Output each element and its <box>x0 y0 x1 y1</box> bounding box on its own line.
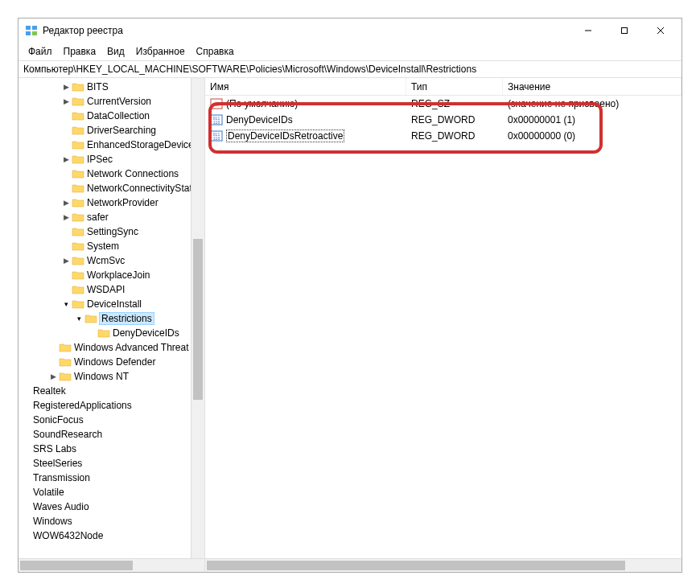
tree-item-label: Windows Advanced Threat Protection <box>74 342 204 353</box>
tree-item-label: SteelSeries <box>33 458 82 469</box>
tree-item[interactable]: SRS Labs <box>19 442 204 456</box>
menu-edit[interactable]: Правка <box>59 44 101 59</box>
expand-icon[interactable]: ▶ <box>47 372 59 380</box>
tree-item[interactable]: ▾DeviceInstall <box>19 297 204 311</box>
folder-icon <box>72 81 84 93</box>
value-data: (значение не присвоено) <box>503 98 681 109</box>
svg-text:110: 110 <box>213 120 220 125</box>
value-data: 0x00000000 (0) <box>503 130 681 142</box>
close-button[interactable] <box>642 19 678 42</box>
tree-item[interactable]: ▶WcmSvc <box>19 253 204 268</box>
tree-item[interactable]: ▶safer <box>19 210 204 224</box>
tree-item-label: WSDAPI <box>87 284 125 295</box>
tree-item[interactable]: DataCollection <box>19 109 204 123</box>
tree-item-label: Waves Audio <box>33 501 89 512</box>
tree-item-label: SRS Labs <box>33 443 76 454</box>
folder-icon <box>72 255 84 266</box>
tree-item[interactable]: Realtek <box>19 384 204 398</box>
tree-item[interactable]: ▶CurrentVersion <box>19 94 204 109</box>
minimize-button[interactable] <box>570 19 606 42</box>
folder-icon <box>72 154 84 165</box>
value-name[interactable]: DenyDeviceIDsRetroactive <box>226 130 344 142</box>
menu-file[interactable]: Файл <box>23 44 57 59</box>
tree-item[interactable]: Windows <box>19 514 204 528</box>
string-value-icon: ab <box>210 97 223 110</box>
tree-item[interactable]: EnhancedStorageDevices <box>19 138 204 152</box>
value-name: (По умолчанию) <box>226 98 298 109</box>
expand-icon[interactable]: ▶ <box>60 213 72 221</box>
menu-view[interactable]: Вид <box>102 44 130 59</box>
tree-item-label: System <box>87 241 119 252</box>
tree-item[interactable]: Volatile <box>19 485 204 500</box>
expand-icon[interactable]: ▶ <box>60 97 72 105</box>
svg-text:110: 110 <box>213 136 220 141</box>
list-header: Имя Тип Значение <box>205 78 681 96</box>
tree-item[interactable]: WorkplaceJoin <box>19 268 204 282</box>
tree-item-label: SonicFocus <box>33 414 84 426</box>
list-horizontal-scrollbar[interactable] <box>205 558 681 572</box>
tree-horizontal-scrollbar[interactable] <box>19 558 204 572</box>
svg-rect-1 <box>32 26 37 30</box>
column-header-type[interactable]: Тип <box>406 78 503 95</box>
folder-icon <box>84 313 97 324</box>
tree-item[interactable]: Network Connections <box>19 167 204 181</box>
value-data: 0x00000001 (1) <box>503 114 681 125</box>
expand-icon[interactable]: ▶ <box>60 199 72 207</box>
tree-item-label: Windows NT <box>74 371 129 382</box>
value-type: REG_DWORD <box>406 130 503 142</box>
folder-icon <box>59 342 72 353</box>
folder-icon <box>72 110 84 121</box>
tree-item[interactable]: WSDAPI <box>19 282 204 297</box>
maximize-button[interactable] <box>606 19 642 42</box>
folder-icon <box>72 212 84 223</box>
tree-item-label: Volatile <box>33 487 64 498</box>
collapse-icon[interactable]: ▾ <box>73 315 84 323</box>
expand-icon[interactable]: ▶ <box>60 155 72 163</box>
tree-item[interactable]: SonicFocus <box>19 413 204 427</box>
tree-item[interactable]: Transmission <box>19 471 204 485</box>
value-row[interactable]: ab(По умолчанию)REG_SZ(значение не присв… <box>205 96 681 112</box>
tree-item[interactable]: DenyDeviceIDs <box>19 326 204 340</box>
registry-editor-window: Редактор реестра Файл Правка Вид Избранн… <box>18 18 682 573</box>
tree-item-label: WcmSvc <box>87 255 125 266</box>
tree-vertical-scrollbar[interactable] <box>191 78 204 558</box>
expand-icon[interactable]: ▶ <box>60 83 72 91</box>
tree-item[interactable]: SettingSync <box>19 224 204 239</box>
menu-help[interactable]: Справка <box>191 44 239 59</box>
tree-item-label: DeviceInstall <box>87 298 142 310</box>
collapse-icon[interactable]: ▾ <box>60 300 72 308</box>
tree-item-label: Realtek <box>33 385 66 397</box>
tree-item[interactable]: System <box>19 239 204 253</box>
tree-item[interactable]: ▶NetworkProvider <box>19 195 204 210</box>
tree-item[interactable]: SoundResearch <box>19 427 204 442</box>
folder-icon <box>72 269 84 281</box>
folder-icon <box>72 197 84 208</box>
tree-item[interactable]: ▶BITS <box>19 80 204 94</box>
tree-item[interactable]: Waves Audio <box>19 500 204 514</box>
tree-item[interactable]: ▶Windows NT <box>19 369 204 384</box>
value-row[interactable]: 011110DenyDeviceIDsREG_DWORD0x00000001 (… <box>205 112 681 128</box>
tree-item[interactable]: SteelSeries <box>19 456 204 471</box>
titlebar[interactable]: Редактор реестра <box>19 19 681 43</box>
tree-item[interactable]: DriverSearching <box>19 123 204 138</box>
tree-item[interactable]: ▶IPSec <box>19 152 204 167</box>
tree-item-label: Windows <box>33 516 72 527</box>
tree-item[interactable]: ▾Restrictions <box>19 311 204 326</box>
tree-item[interactable]: WOW6432Node <box>19 528 204 543</box>
column-header-name[interactable]: Имя <box>205 78 406 95</box>
tree-item[interactable]: Windows Defender <box>19 355 204 369</box>
folder-icon <box>72 226 84 237</box>
menu-favorites[interactable]: Избранное <box>131 44 190 59</box>
tree-item-label: Windows Defender <box>74 356 155 368</box>
tree-item-label: WOW6432Node <box>33 530 103 541</box>
tree-item-label: DenyDeviceIDs <box>113 327 179 339</box>
tree-item[interactable]: Windows Advanced Threat Protection <box>19 340 204 355</box>
tree-item[interactable]: RegisteredApplications <box>19 398 204 413</box>
value-row[interactable]: 011110DenyDeviceIDsRetroactiveREG_DWORD0… <box>205 128 681 144</box>
expand-icon[interactable]: ▶ <box>60 257 72 265</box>
tree-item[interactable]: NetworkConnectivityStatusIndicator <box>19 181 204 195</box>
svg-rect-0 <box>26 26 31 30</box>
address-bar[interactable]: Компьютер\HKEY_LOCAL_MACHINE\SOFTWARE\Po… <box>19 60 681 78</box>
column-header-value[interactable]: Значение <box>503 78 681 95</box>
tree-item-label: Restrictions <box>100 313 154 324</box>
